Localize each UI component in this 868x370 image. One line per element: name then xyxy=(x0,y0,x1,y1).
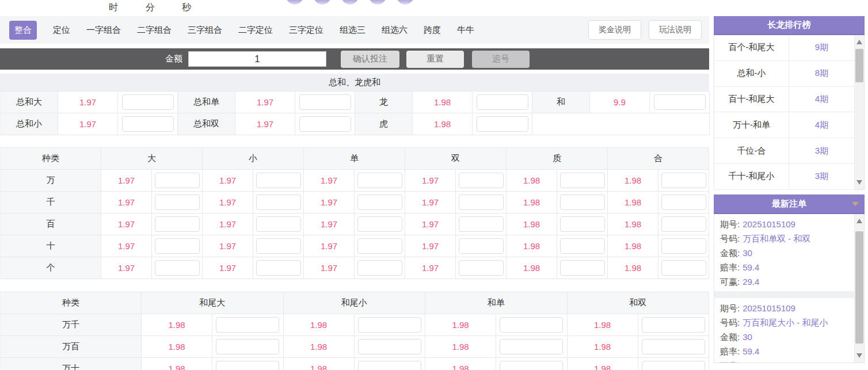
odds-value: 1.97 xyxy=(203,235,253,257)
orders-scrollbar[interactable] xyxy=(854,214,864,363)
bet-input[interactable] xyxy=(642,339,705,354)
bet-input[interactable] xyxy=(256,260,301,276)
tab-yizi-zuhe[interactable]: 一字组合 xyxy=(86,25,121,36)
scrollbar-thumb[interactable] xyxy=(855,49,863,82)
bet-input[interactable] xyxy=(477,94,528,110)
scroll-up-icon[interactable] xyxy=(856,40,862,44)
bet-input[interactable] xyxy=(122,116,174,132)
tab-erzi-zuhe[interactable]: 二字组合 xyxy=(137,25,172,36)
bet-input[interactable] xyxy=(500,339,563,354)
bet-input-cell xyxy=(658,257,709,279)
tab-kuadu[interactable]: 跨度 xyxy=(424,25,441,36)
ranking-row[interactable]: 百十-和尾大 4期 xyxy=(714,87,854,113)
tab-niuniu[interactable]: 牛牛 xyxy=(457,25,474,36)
bet-input[interactable] xyxy=(357,173,402,188)
bet-input[interactable] xyxy=(560,173,605,188)
bet-input[interactable] xyxy=(560,216,605,232)
bet-input[interactable] xyxy=(661,194,706,210)
bet-input[interactable] xyxy=(459,173,504,188)
odds-value: 1.97 xyxy=(235,91,295,113)
scrollbar-thumb[interactable] xyxy=(855,231,863,344)
row-label: 万百 xyxy=(1,336,142,358)
bet-input[interactable] xyxy=(256,194,301,210)
tab-sanzi-dingwei[interactable]: 三字定位 xyxy=(289,25,323,36)
bet-input-cell xyxy=(473,113,532,135)
bet-input[interactable] xyxy=(642,361,705,370)
bet-input[interactable] xyxy=(654,94,706,110)
bet-input[interactable] xyxy=(459,238,504,254)
bet-input-cell xyxy=(557,170,608,192)
bet-input[interactable] xyxy=(500,317,563,333)
bet-input[interactable] xyxy=(358,317,421,333)
bet-input[interactable] xyxy=(459,194,504,210)
bet-input[interactable] xyxy=(661,216,706,232)
ranking-scrollbar[interactable] xyxy=(854,35,864,189)
bet-input[interactable] xyxy=(216,317,279,333)
bet-input[interactable] xyxy=(661,238,706,254)
tab-zhenghe[interactable]: 整合 xyxy=(9,21,37,40)
bet-input[interactable] xyxy=(216,361,279,370)
column-header: 合 xyxy=(608,148,709,170)
bet-input[interactable] xyxy=(560,238,605,254)
scroll-down-icon[interactable] xyxy=(856,180,862,185)
bet-input-cell xyxy=(456,213,507,235)
bet-input[interactable] xyxy=(299,116,351,132)
tab-zuxuan3[interactable]: 组选三 xyxy=(340,25,366,36)
collapse-caret-icon[interactable] xyxy=(852,202,859,206)
bet-input[interactable] xyxy=(256,238,301,254)
prize-info-button[interactable]: 奖金说明 xyxy=(588,20,641,40)
bet-input[interactable] xyxy=(477,116,528,132)
bet-input[interactable] xyxy=(357,238,402,254)
bet-input[interactable] xyxy=(155,216,200,232)
chase-number-button[interactable]: 追号 xyxy=(472,51,530,68)
bet-input[interactable] xyxy=(357,194,402,210)
ranking-row[interactable]: 百个-和尾大 9期 xyxy=(714,35,854,61)
reset-button[interactable]: 重置 xyxy=(406,51,464,68)
ranking-row[interactable]: 千十-和尾小 3期 xyxy=(714,164,854,190)
tab-erzi-dingwei[interactable]: 二字定位 xyxy=(238,25,273,36)
ranking-row[interactable]: 千位-合 3期 xyxy=(714,138,854,164)
bet-input[interactable] xyxy=(155,238,200,254)
bet-input[interactable] xyxy=(661,173,706,188)
bet-input-cell xyxy=(456,192,507,213)
bet-input[interactable] xyxy=(560,260,605,276)
bet-input[interactable] xyxy=(155,260,200,276)
confirm-bet-button[interactable]: 确认投注 xyxy=(341,51,399,68)
bet-input[interactable] xyxy=(459,260,504,276)
bet-input[interactable] xyxy=(155,173,200,188)
bet-input[interactable] xyxy=(661,260,706,276)
bet-input-cell xyxy=(658,192,709,213)
order-entry: 期号:20251015109 号码:万百和单双 - 和双 金额:30 赔率:59… xyxy=(714,214,864,291)
odds-value: 1.98 xyxy=(284,314,355,336)
bet-input[interactable] xyxy=(642,317,705,333)
tab-sanzi-zuhe[interactable]: 三字组合 xyxy=(188,25,222,36)
bet-input[interactable] xyxy=(358,361,421,370)
bet-input[interactable] xyxy=(357,216,402,232)
bet-input[interactable] xyxy=(256,173,301,188)
tab-dingwei[interactable]: 定位 xyxy=(53,25,70,36)
bet-input[interactable] xyxy=(256,216,301,232)
rules-info-button[interactable]: 玩法说明 xyxy=(649,20,702,40)
odds-value: 1.98 xyxy=(425,358,496,370)
column-header: 双 xyxy=(405,148,507,170)
order-amount-label: 金额: xyxy=(720,248,740,258)
tab-zuxuan6[interactable]: 组选六 xyxy=(382,25,408,36)
amount-input[interactable] xyxy=(188,51,326,67)
bet-input[interactable] xyxy=(299,94,351,110)
ranking-row[interactable]: 万十-和单 4期 xyxy=(714,112,854,138)
bet-input-cell xyxy=(658,235,709,257)
bet-input[interactable] xyxy=(560,194,605,210)
bet-input[interactable] xyxy=(122,94,174,110)
bet-input-cell xyxy=(212,336,283,358)
bet-input[interactable] xyxy=(500,361,563,370)
ranking-row[interactable]: 总和-小 8期 xyxy=(714,61,854,87)
bet-input[interactable] xyxy=(216,339,279,354)
odds-value: 1.97 xyxy=(405,213,456,235)
bet-input[interactable] xyxy=(459,216,504,232)
scroll-down-icon[interactable] xyxy=(856,353,862,358)
bet-input-cell xyxy=(355,170,405,192)
scroll-up-icon[interactable] xyxy=(856,219,862,223)
bet-input[interactable] xyxy=(155,194,200,210)
bet-input[interactable] xyxy=(357,260,402,276)
bet-input[interactable] xyxy=(358,339,421,354)
